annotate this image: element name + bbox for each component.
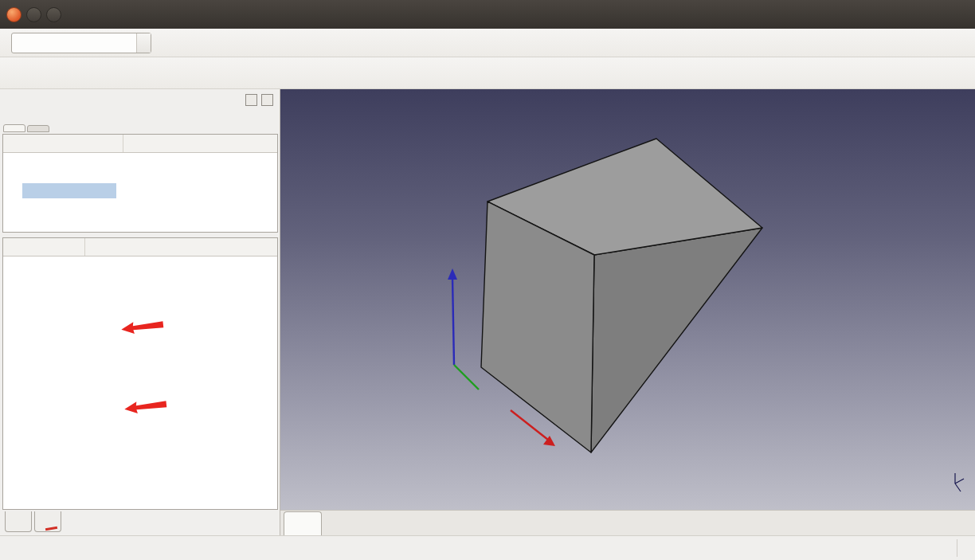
tab-data[interactable] [34, 511, 61, 532]
dock-float-button[interactable] [245, 94, 257, 106]
titlebar [0, 0, 975, 29]
tree-item-wedge-row [3, 183, 277, 198]
tree-item-wedge[interactable] [22, 183, 116, 198]
model-tree [2, 134, 278, 233]
property-editor [2, 237, 278, 510]
wedge-right-face[interactable] [591, 228, 762, 452]
tree-item-application[interactable] [3, 153, 277, 168]
tab-view[interactable] [5, 511, 32, 532]
axis-indicator [955, 473, 964, 491]
maximize-window-button[interactable] [46, 7, 61, 22]
combo-view-tabs [3, 112, 51, 132]
document-tabbar [280, 510, 975, 535]
tab-tasks[interactable] [27, 125, 49, 132]
workbench-selector[interactable] [11, 33, 151, 53]
property-editor-header [3, 238, 277, 257]
property-column-header[interactable] [3, 238, 85, 256]
3d-scene [280, 89, 975, 510]
z-axis-arrowhead [448, 268, 457, 280]
combo-view-header [0, 89, 280, 112]
y-axis-arrow [454, 365, 479, 390]
statusbar-separator [957, 539, 957, 557]
wedge-object [481, 139, 762, 452]
z-axis-arrow [452, 277, 454, 365]
3d-viewport[interactable] [280, 89, 975, 510]
tree-item-document[interactable] [3, 168, 277, 183]
part-toolbar [0, 57, 975, 89]
close-window-button[interactable] [6, 7, 22, 22]
statusbar [0, 535, 975, 560]
window-controls [6, 7, 61, 22]
workbench-spinner[interactable] [136, 33, 151, 53]
main-toolbar [0, 29, 975, 57]
document-tab[interactable] [284, 511, 322, 536]
tab-model[interactable] [3, 124, 25, 132]
combo-view-panel [0, 89, 280, 535]
freecad-window [0, 0, 975, 560]
panel-close-button[interactable] [261, 94, 273, 106]
property-editor-tabs [5, 511, 61, 532]
tree-header [3, 135, 277, 153]
value-column-header[interactable] [85, 238, 277, 256]
data-tab-marker [45, 527, 57, 531]
minimize-window-button[interactable] [26, 7, 41, 22]
